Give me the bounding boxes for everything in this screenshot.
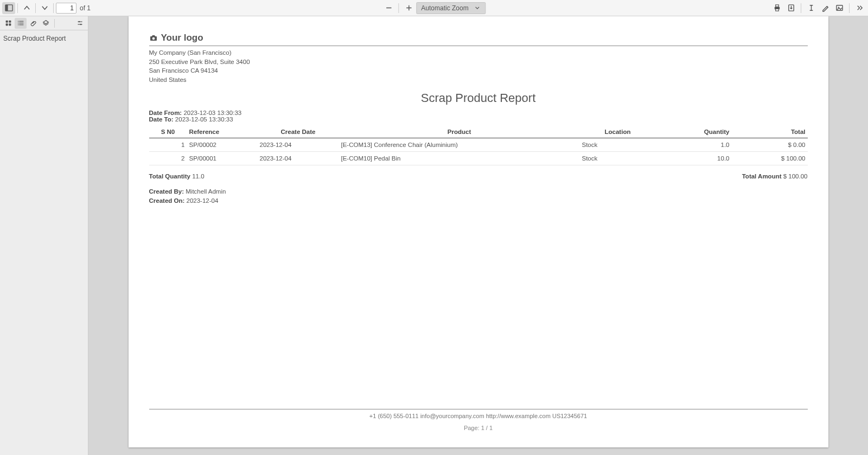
zoom-in-button[interactable] — [402, 2, 415, 14]
svg-rect-7 — [775, 9, 778, 11]
print-button[interactable] — [770, 2, 783, 14]
camera-icon — [149, 34, 158, 42]
zoom-out-button[interactable] — [382, 2, 395, 14]
pdf-page: Your logo My Company (San Francisco) 250… — [129, 16, 828, 447]
svg-point-27 — [80, 24, 81, 25]
total-quantity-value: 11.0 — [192, 173, 204, 180]
sidebar-toolbar — [0, 16, 88, 30]
separator — [801, 3, 801, 13]
col-quantity: Quantity — [656, 126, 732, 138]
header-rule — [149, 46, 808, 46]
image-tool-button[interactable] — [833, 2, 846, 14]
svg-marker-23 — [43, 21, 48, 24]
pdf-viewer[interactable]: Your logo My Company (San Francisco) 250… — [88, 16, 868, 455]
total-quantity-label: Total Quantity — [149, 173, 190, 180]
total-amount-value: $ 100.00 — [783, 173, 808, 180]
cell-reference: SP/00002 — [187, 138, 258, 151]
next-page-button[interactable] — [38, 2, 51, 14]
layers-view-button[interactable] — [40, 18, 52, 29]
chevron-down-icon — [474, 4, 481, 11]
svg-rect-15 — [5, 23, 8, 25]
cell-quantity: 10.0 — [656, 151, 732, 165]
prev-page-button[interactable] — [20, 2, 33, 14]
cell-reference: SP/00001 — [187, 151, 258, 165]
company-city: San Francisco CA 94134 — [149, 66, 808, 75]
text-cursor-icon — [807, 4, 815, 12]
pdf-toolbar: of 1 Automatic Zoom — [0, 0, 868, 16]
draw-tool-button[interactable] — [819, 2, 832, 14]
col-create-date: Create Date — [258, 126, 339, 138]
footer-page-number: Page: 1 / 1 — [149, 425, 808, 431]
svg-rect-13 — [5, 21, 8, 23]
cell-sno: 1 — [149, 138, 187, 151]
separator — [849, 3, 850, 13]
cell-create-date: 2023-12-04 — [258, 138, 339, 151]
print-icon — [773, 4, 781, 12]
layers-icon — [42, 20, 49, 27]
table-row: 2 SP/00001 2023-12-04 [E-COM10] Pedal Bi… — [149, 151, 808, 165]
outline-item[interactable]: Scrap Product Report — [0, 30, 88, 47]
cell-location: Stock — [580, 151, 656, 165]
text-tool-button[interactable] — [805, 2, 818, 14]
cell-quantity: 1.0 — [656, 138, 732, 151]
date-to-value: 2023-12-05 13:30:33 — [175, 116, 233, 123]
outline-options-button[interactable] — [74, 18, 86, 29]
cell-product: [E-COM13] Conference Chair (Aluminium) — [339, 138, 580, 151]
col-reference: Reference — [187, 126, 258, 138]
download-icon — [787, 4, 795, 12]
image-icon — [835, 4, 844, 12]
thumbnails-view-button[interactable] — [2, 18, 14, 29]
date-from-value: 2023-12-03 13:30:33 — [183, 110, 241, 116]
table-header-row: S N0 Reference Create Date Product Locat… — [149, 126, 808, 138]
svg-point-21 — [17, 23, 18, 24]
company-name: My Company (San Francisco) — [149, 48, 808, 57]
col-sno: S N0 — [149, 126, 187, 138]
cell-product: [E-COM10] Pedal Bin — [339, 151, 580, 165]
page-footer: +1 (650) 555-0111 info@yourcompany.com h… — [149, 406, 808, 432]
chevrons-right-icon — [856, 4, 864, 12]
col-product: Product — [339, 126, 580, 138]
cell-total: $ 100.00 — [732, 151, 808, 165]
outline-item-label: Scrap Product Report — [3, 35, 66, 42]
outline-view-button[interactable] — [15, 18, 27, 29]
list-icon — [17, 20, 24, 27]
page-of-label: of 1 — [80, 4, 91, 12]
created-on-label: Created On: — [149, 197, 185, 204]
svg-rect-6 — [775, 5, 778, 7]
sliders-icon — [76, 20, 84, 27]
created-by-label: Created By: — [149, 188, 184, 195]
col-total: Total — [732, 126, 808, 138]
cell-sno: 2 — [149, 151, 187, 165]
pencil-icon — [821, 4, 829, 12]
sidebar: Scrap Product Report — [0, 16, 88, 455]
zoom-level-label: Automatic Zoom — [421, 4, 468, 12]
date-to-row: Date To: 2023-12-05 13:30:33 — [149, 116, 808, 123]
page-number-input[interactable] — [56, 3, 76, 14]
svg-point-20 — [17, 21, 18, 22]
svg-point-26 — [78, 21, 79, 22]
total-amount-label: Total Amount — [742, 173, 782, 180]
attachments-view-button[interactable] — [27, 18, 39, 29]
grid-icon — [5, 20, 12, 27]
separator — [54, 19, 55, 28]
date-from-label: Date From: — [149, 110, 182, 116]
tools-menu-button[interactable] — [853, 2, 866, 14]
date-from-row: Date From: 2023-12-03 13:30:33 — [149, 110, 808, 116]
created-on-value: 2023-12-04 — [187, 197, 219, 204]
company-street: 250 Executive Park Blvd, Suite 3400 — [149, 57, 808, 67]
paperclip-icon — [30, 20, 37, 27]
company-address: My Company (San Francisco) 250 Executive… — [149, 48, 808, 85]
company-logo: Your logo — [149, 33, 808, 43]
table-row: 1 SP/00002 2023-12-04 [E-COM13] Conferen… — [149, 138, 808, 151]
cell-total: $ 0.00 — [732, 138, 808, 151]
created-info: Created By: Mitchell Admin Created On: 2… — [149, 187, 808, 206]
toggle-sidebar-button[interactable] — [2, 2, 15, 14]
svg-point-28 — [152, 37, 155, 40]
svg-rect-14 — [9, 21, 11, 23]
report-table: S N0 Reference Create Date Product Locat… — [149, 126, 808, 165]
download-button[interactable] — [784, 2, 797, 14]
svg-rect-1 — [5, 5, 8, 11]
cell-create-date: 2023-12-04 — [258, 151, 339, 165]
zoom-level-select[interactable]: Automatic Zoom — [416, 2, 486, 14]
created-by-value: Mitchell Admin — [186, 188, 226, 195]
